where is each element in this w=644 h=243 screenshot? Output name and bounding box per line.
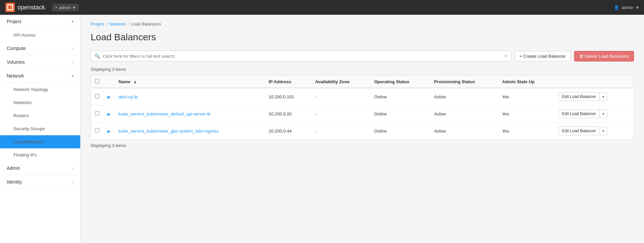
breadcrumb-project[interactable]: Project [91, 21, 104, 27]
search-input[interactable] [103, 54, 502, 59]
row-admin-state-cell: Yes [498, 105, 554, 123]
sidebar-api-access-label: API Access [13, 33, 36, 38]
admin-menu-icon: ▪ [55, 5, 57, 10]
sidebar-network-label: Network [7, 73, 24, 79]
create-load-balancer-button[interactable]: + Create Load Balancer [514, 51, 571, 61]
table-body: ▶ abm-cp-lb 10.200.0.101 - Online Active… [91, 88, 634, 140]
select-all-header[interactable] [91, 76, 104, 88]
delete-load-balancers-button[interactable]: 🗑 Delete Load Balancers [574, 51, 634, 61]
row-action-cell: Edit Load Balancer ▾ [554, 105, 634, 123]
sidebar-network[interactable]: Network ▾ [0, 69, 80, 83]
sidebar-identity[interactable]: Identity › [0, 175, 80, 189]
provisioning-status-label: Provisioning Status [434, 79, 475, 84]
admin-menu-chevron: ▾ [73, 5, 75, 10]
header-row: Name ▲ IP Address Availability Zone Oper… [91, 76, 634, 88]
table-row: ▶ abm-cp-lb 10.200.0.101 - Online Active… [91, 88, 634, 105]
breadcrumb-sep-1: / [106, 21, 107, 27]
brand-text: openstack. [17, 4, 47, 11]
availability-zone-column-header: Availability Zone [311, 76, 370, 88]
action-button-group: Edit Load Balancer ▾ [558, 92, 630, 101]
load-balancer-name-link[interactable]: kube_service_kubernetes_default_api-serv… [119, 111, 211, 116]
sidebar-network-topology[interactable]: Network Topology [0, 83, 80, 96]
sidebar-load-balancers[interactable]: Load Balancers [0, 135, 80, 148]
expand-row-icon[interactable]: ▶ [107, 112, 110, 116]
breadcrumb-network[interactable]: Network [109, 21, 126, 27]
chevron-right-icon: › [72, 46, 74, 51]
chevron-right-icon: › [72, 180, 74, 184]
sidebar-networks-label: Networks [13, 100, 32, 105]
row-checkbox[interactable] [95, 111, 99, 115]
brand: openstack. [5, 3, 47, 12]
breadcrumb-current: Load Balancers [131, 21, 161, 27]
sidebar-routers[interactable]: Routers [0, 109, 80, 122]
load-balancer-name-link[interactable]: abm-cp-lb [119, 94, 138, 99]
load-balancer-name-link[interactable]: kube_service_kubernetes_gke-system_istio… [119, 129, 219, 134]
user-label: admin [622, 5, 634, 10]
operating-status-label: Operating Status [374, 79, 409, 84]
edit-load-balancer-button[interactable]: Edit Load Balancer [558, 92, 600, 101]
row-checkbox-cell[interactable] [91, 123, 104, 140]
sidebar-volumes[interactable]: Volumes › [0, 55, 80, 69]
sidebar: Project ▾ API Access Compute › Volumes ›… [0, 15, 81, 243]
row-expand-cell[interactable]: ▶ [103, 105, 114, 123]
row-checkbox-cell[interactable] [91, 88, 104, 105]
user-menu[interactable]: 👤 admin ▾ [614, 5, 639, 10]
sidebar-identity-label: Identity [7, 179, 22, 185]
sidebar-api-access[interactable]: API Access [0, 29, 80, 42]
sidebar-security-groups-label: Security Groups [13, 126, 45, 131]
sidebar-compute[interactable]: Compute › [0, 42, 80, 55]
row-admin-state-cell: Yes [498, 123, 554, 140]
sidebar-admin[interactable]: Admin › [0, 161, 80, 175]
search-clear-icon[interactable]: × [504, 53, 507, 59]
chevron-right-icon: › [72, 166, 74, 171]
edit-load-balancer-button[interactable]: Edit Load Balancer [558, 109, 600, 118]
row-checkbox-cell[interactable] [91, 105, 104, 123]
actions-column-header [554, 76, 634, 88]
admin-project-menu[interactable]: ▪ admin ▾ [52, 4, 79, 11]
toolbar: 🔍 × + Create Load Balancer 🗑 Delete Load… [91, 51, 634, 61]
row-checkbox[interactable] [95, 128, 99, 133]
row-operating-status-cell: Online [370, 123, 430, 140]
name-column-header[interactable]: Name ▲ [114, 76, 265, 88]
expand-row-icon[interactable]: ▶ [107, 129, 110, 134]
user-icon: 👤 [614, 5, 619, 10]
sidebar-security-groups[interactable]: Security Groups [0, 122, 80, 135]
edit-load-balancer-button[interactable]: Edit Load Balancer [558, 127, 600, 135]
sidebar-network-topology-label: Network Topology [13, 87, 48, 92]
row-name-cell: abm-cp-lb [114, 88, 265, 105]
sidebar-routers-label: Routers [13, 113, 29, 118]
select-all-checkbox[interactable] [95, 79, 99, 83]
availability-zone-label: Availability Zone [315, 79, 350, 84]
search-icon: 🔍 [94, 53, 100, 59]
row-name-cell: kube_service_kubernetes_default_api-serv… [114, 105, 265, 123]
navbar: openstack. ▪ admin ▾ 👤 admin ▾ [0, 0, 644, 15]
sidebar-floating-ips[interactable]: Floating IPs [0, 148, 80, 161]
expand-row-icon[interactable]: ▶ [107, 95, 110, 99]
sidebar-admin-label: Admin [7, 165, 20, 171]
action-dropdown-button[interactable]: ▾ [600, 127, 607, 135]
chevron-down-icon: ▾ [72, 74, 74, 78]
row-provisioning-status-cell: Active [430, 88, 498, 105]
row-ip-cell: 10.200.0.44 [265, 123, 311, 140]
load-balancers-table: Name ▲ IP Address Availability Zone Oper… [91, 75, 634, 140]
chevron-right-icon: › [72, 60, 74, 64]
row-checkbox[interactable] [95, 94, 99, 98]
operating-status-column-header: Operating Status [370, 76, 430, 88]
breadcrumb-sep-2: / [128, 21, 129, 27]
main-content: Project / Network / Load Balancers Load … [81, 15, 644, 243]
sidebar-networks[interactable]: Networks [0, 96, 80, 109]
action-button-group: Edit Load Balancer ▾ [558, 109, 630, 118]
logo-icon [7, 4, 13, 10]
navbar-left: openstack. ▪ admin ▾ [5, 3, 79, 12]
sidebar-project[interactable]: Project ▾ [0, 15, 80, 29]
ip-address-label: IP Address [269, 79, 291, 84]
sort-arrow-icon: ▲ [133, 79, 137, 84]
breadcrumb: Project / Network / Load Balancers [91, 21, 634, 27]
row-expand-cell[interactable]: ▶ [103, 123, 114, 140]
sidebar-compute-label: Compute [7, 46, 26, 51]
sidebar-volumes-label: Volumes [7, 59, 25, 65]
action-dropdown-button[interactable]: ▾ [600, 110, 607, 118]
row-ip-cell: 10.200.0.101 [265, 88, 311, 105]
row-expand-cell[interactable]: ▶ [103, 88, 114, 105]
action-dropdown-button[interactable]: ▾ [600, 93, 607, 101]
